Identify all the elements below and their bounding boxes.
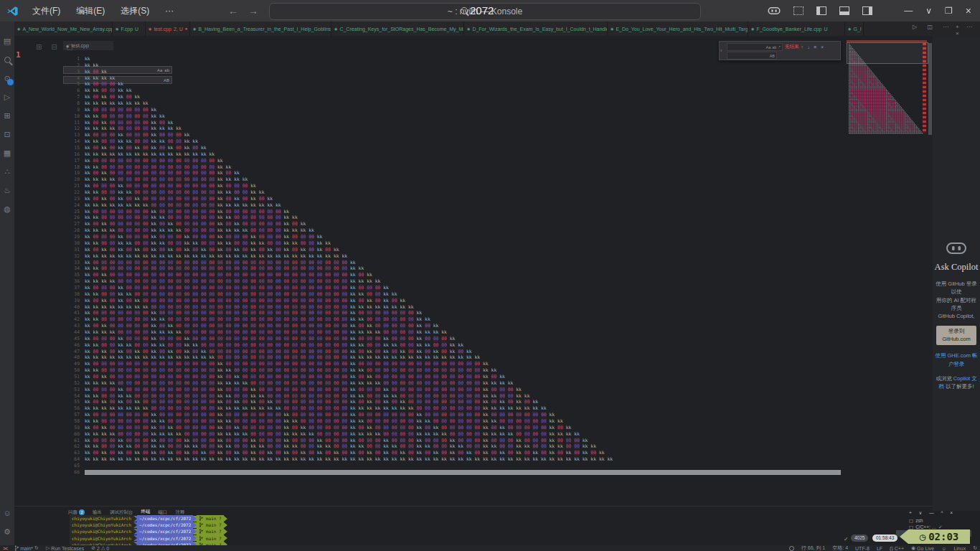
pattern-tokens: kk kk kk kk kk kk kk kk kk kk kk kk kk k… (85, 456, 613, 462)
warning-count: 0 (106, 546, 109, 551)
editor-tab[interactable]: ◉B_Having_Been_a_Treasurer_in_the_Past_I… (190, 22, 331, 36)
eol[interactable]: LF (877, 546, 882, 551)
back-arrow-icon[interactable]: ← (228, 5, 238, 17)
editor-line: 8kk kk kk kk kk kk kk kk (0, 100, 933, 107)
replace-input[interactable]: AB (727, 52, 777, 60)
editor-tab[interactable]: ◉F.cppU (113, 22, 146, 36)
run-testcases-button[interactable]: ▷Run Testcases (46, 545, 84, 551)
zoom-icon[interactable] (789, 546, 794, 551)
close-button[interactable]: × (966, 5, 971, 17)
pattern-tokens: kk 00 00 00 kk 00 00 00 kk 00 00 00 kk 0… (85, 438, 588, 443)
activity-item-chart[interactable]: ▦ (0, 143, 14, 162)
integrated-terminal[interactable]: chiyoyuki@ChiyoYukiArch~/codes/xcpc/cf/2… (70, 515, 227, 548)
copilot-signin-button[interactable]: 登录到 GitHub.com (936, 326, 976, 345)
toggle-secondary-sidebar-icon[interactable] (862, 6, 872, 15)
editor-line: 44kk kk kk kk 00 00 00 00 kk kk kk kk 00… (0, 329, 933, 336)
activity-item-search[interactable] (0, 50, 14, 69)
editor-tab[interactable]: ◉G_I (845, 22, 864, 36)
timer-pill: 01:58:43 (872, 534, 897, 542)
find-input[interactable]: Aa ab .* (727, 43, 783, 51)
editor-tab[interactable]: ◉C_Creating_Keys_for_StORages_Has_Become… (331, 22, 464, 36)
toggle-panel-icon[interactable] (839, 6, 849, 15)
activity-item-github[interactable]: ◍ (0, 199, 14, 218)
editor-tab[interactable]: ◉F_Goodbye_Banker_Life.cppU (748, 22, 845, 36)
activity-item-settings[interactable]: ⚙ (0, 522, 14, 541)
notification-bell-icon[interactable]: ↻ (973, 545, 977, 551)
nvim-buffer[interactable]: 1kk2kk kk3kk 00 kk4kk kk kk kk5kk 00 00 … (0, 56, 933, 476)
editor-line: 31kk 00 kk 00 kk 00 kk 00 kk 00 kk 00 kk… (0, 247, 933, 253)
prompt-path: ~/codes/xcpc/cf/2072 (137, 515, 193, 522)
menu-item[interactable]: 编辑(E) (68, 0, 113, 22)
replace-all-icon[interactable]: AB (770, 54, 775, 58)
whole-word-icon[interactable]: ab (772, 45, 776, 50)
encoding[interactable]: UTF-8 (855, 546, 870, 551)
copilot-ghe-link[interactable]: 使用 GHE.com 帐户登录 (934, 352, 979, 368)
editor-tab[interactable]: ◉test.cpp2, U● (146, 22, 190, 36)
tab-label: C_Creating_Keys_for_StORages_Has_Become_… (339, 27, 464, 32)
minimize-button[interactable]: — (904, 6, 913, 16)
tab-label: E_Do_You_Love_Your_Hero_and_His_Two_Hit_… (616, 27, 748, 32)
minimap-slider[interactable] (847, 42, 928, 64)
editor-tab[interactable]: ◉D_For_Wizards_the_Exam_Is_Easy_but_I_Co… (464, 22, 608, 36)
copilot-titlebar-icon[interactable] (768, 6, 781, 16)
match-case-icon[interactable]: Aa (765, 45, 771, 50)
pattern-tokens: kk kk 00 00 kk kk 00 00 00 00 00 00 00 0… (85, 189, 265, 195)
menu-item[interactable]: ··· (157, 0, 182, 22)
activity-item-docker[interactable]: ♨ (0, 181, 14, 199)
menu-bar: 文件(F)编辑(E)选择(S)··· (24, 0, 182, 22)
language-mode[interactable]: {}C++ (890, 546, 904, 551)
editor-line: 24kk kk kk kk kk kk kk kk 00 00 00 00 00… (0, 202, 933, 209)
activity-item-run-debug[interactable]: ▷ (0, 88, 14, 106)
terminal-icon: ▢ (909, 518, 913, 524)
problems-status[interactable]: ⊘2△0 (91, 545, 109, 551)
customize-layout-icon[interactable] (793, 6, 804, 15)
restore-button[interactable]: ❐ (945, 6, 953, 16)
tab-git-badge: 2, U (174, 27, 183, 32)
os-label[interactable]: Linux (953, 546, 966, 551)
remote-indicator[interactable]: >< (3, 546, 7, 551)
editor-tab[interactable]: ◉A_New_World_Now_Me_New_Array.cppU (14, 22, 113, 36)
chevron-icon[interactable]: ∨ (925, 6, 932, 16)
file-icon: ◉ (193, 27, 196, 31)
pattern-tokens: kk 00 00 00 kk 00 00 00 kk 00 00 00 kk 0… (85, 336, 455, 342)
go-live-button[interactable]: ◉Go Live (911, 545, 934, 551)
file-icon: ◉ (751, 27, 754, 31)
activity-item-accounts[interactable]: ☺ (0, 504, 14, 522)
error-icon: ⊘ (91, 545, 95, 551)
cursor-position[interactable]: 行 66, 列 1 (801, 545, 825, 551)
activity-item-explorer[interactable]: ▤ (0, 32, 14, 50)
pattern-tokens: kk 00 00 00 00 00 00 00 kk (85, 107, 156, 113)
activity-item-source-control[interactable]: ⊙ (0, 69, 14, 88)
indentation[interactable]: 空格: 4 (832, 545, 848, 551)
editor-line: 32kk kk kk kk kk kk kk kk kk kk kk kk kk… (0, 253, 933, 260)
menu-item[interactable]: 选择(S) (113, 0, 157, 22)
pattern-tokens: kk kk 00 00 00 00 00 00 00 00 00 00 00 0… (85, 265, 364, 271)
editor-actions[interactable]: ▷ ◫ ⋯ (913, 24, 953, 30)
terminal-list-actions[interactable]: + ∨ — ^ × (896, 510, 971, 516)
screen: ◉A_New_World_Now_Me_New_Array.cppU◉F.cpp… (0, 0, 980, 551)
activity-item-extensions[interactable]: ⊞ (0, 106, 14, 125)
menu-item[interactable]: 文件(F) (24, 0, 68, 22)
vscode-logo-icon (6, 5, 19, 17)
terminal-list-item[interactable]: ▢zsh (896, 517, 971, 524)
regex-icon[interactable]: .* (778, 45, 781, 50)
find-results-label: 无结果 (785, 44, 799, 50)
terminal-prompt-line: chiyoyuki@ChiyoYukiArch~/codes/xcpc/cf/2… (70, 522, 227, 528)
activity-item-graph[interactable]: ∴ (0, 162, 14, 181)
file-icon: ◉ (611, 27, 613, 31)
find-nav-icons[interactable]: ↑ ↓ ≡ × (801, 44, 826, 50)
branch-icon (199, 516, 203, 521)
feedback-smiley[interactable]: ☺ (941, 546, 946, 551)
activity-item-remote-explorer[interactable]: ⊡ (0, 125, 14, 143)
forward-arrow-icon[interactable]: → (248, 5, 258, 17)
toggle-sidebar-icon[interactable] (816, 6, 826, 15)
editor-scrollbar[interactable] (928, 43, 932, 135)
editor-tab[interactable]: ◉E_Do_You_Love_Your_Hero_and_His_Two_Hit… (608, 22, 748, 36)
editor-line: 20kk kk kk kk 00 00 00 00 00 00 00 00 00… (0, 176, 933, 183)
editor-line: 43kk 00 kk 00 00 00 00 00 kk 00 kk 00 00… (0, 323, 933, 329)
replace-toggle-icon[interactable]: › (720, 48, 722, 53)
git-branch-status[interactable]: main*↻ (14, 545, 39, 551)
tab-bar-actions[interactable]: + ⋯ × (956, 24, 980, 37)
pattern-tokens: kk 00 00 00 00 00 00 00 00 00 00 00 00 0… (85, 260, 356, 265)
pattern-tokens: kk 00 kk 00 00 00 00 00 00 00 00 00 00 0… (85, 374, 505, 380)
